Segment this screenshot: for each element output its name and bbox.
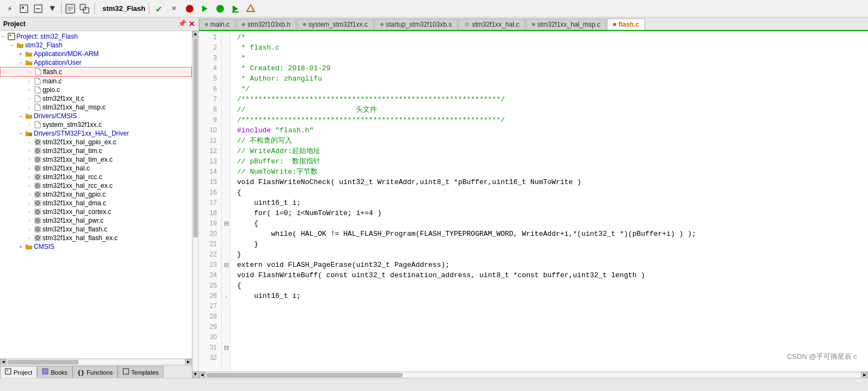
code-tab-main_c[interactable]: main.c (199, 19, 235, 30)
svg-rect-57 (7, 370, 8, 371)
tree-item-hal_rcc[interactable]: +stm32f1xx_hal_rcc.c (0, 173, 192, 181)
toolbar-dropdown[interactable]: ▼ (46, 2, 59, 15)
tree-toggle-hal_rcc[interactable]: + (26, 174, 33, 180)
tree-item-hal_flash[interactable]: +stm32f1xx_hal_flash.c (0, 225, 192, 234)
bottom-tab-books[interactable]: Books (37, 366, 72, 378)
toolbar-icon-5[interactable] (78, 2, 91, 15)
tree-item-gpio_c[interactable]: +gpio.c (0, 85, 192, 94)
tree-item-app_mdk[interactable]: +Application/MDK-ARM (0, 50, 192, 58)
tree-toggle-hal_tim[interactable]: + (26, 148, 33, 154)
sidebar-pin-icon[interactable]: 📌 (178, 20, 186, 28)
tree-toggle-drivers_hal[interactable]: − (17, 131, 24, 137)
code-tab-stm32f1xx_hal_c[interactable]: ⚙stm32f1xx_hal.c (458, 19, 525, 30)
code-content[interactable]: 1234567891011121314151617181920212223242… (199, 31, 868, 371)
tree-item-hal_tim_ex[interactable]: +stm32f1xx_hal_tim_ex.c (0, 155, 192, 164)
tree-toggle-hal_flash_ex[interactable]: + (26, 235, 33, 241)
file-icon-stm32f1xx_it (33, 95, 43, 102)
tree-toggle-stm32f1xx_hal_msp[interactable]: + (26, 105, 33, 111)
tree-toggle-hal_pwr[interactable]: + (26, 218, 33, 224)
tree-item-hal_dma[interactable]: +stm32f1xx_hal_dma.c (0, 199, 192, 207)
tree-toggle-hal_cortex[interactable]: + (26, 209, 33, 215)
tree-toggle-stm32f1xx_it[interactable]: + (26, 96, 33, 102)
tree-toggle-hal_gpio_ex[interactable]: + (26, 139, 33, 145)
tree-toggle-hal_c[interactable]: + (26, 166, 33, 172)
code-tab-system_stm32f1xx_c[interactable]: system_stm32f1xx.c (297, 19, 374, 30)
svg-rect-9 (83, 8, 89, 13)
tree-toggle-hal_rcc_ex[interactable]: + (26, 183, 33, 189)
fold-marker-23[interactable]: ⊟ (222, 260, 230, 270)
fold-marker-26[interactable]: - (222, 291, 230, 301)
tree-item-hal_pwr[interactable]: +stm32f1xx_hal_pwr.c (0, 216, 192, 225)
code-hscroll-left[interactable]: ◀ (199, 372, 205, 378)
tree-toggle-system_stm32[interactable]: + (26, 122, 33, 128)
tree-item-hal_rcc_ex[interactable]: +stm32f1xx_hal_rcc_ex.c (0, 181, 192, 190)
tree-item-flash_c[interactable]: +flash.c (0, 67, 192, 77)
tree-toggle-cmsis2[interactable]: + (17, 244, 24, 250)
tree-toggle-app_mdk[interactable]: + (17, 51, 24, 57)
fold-marker-19[interactable]: ⊟ (222, 218, 230, 229)
tree-item-cmsis2[interactable]: +CMSIS (0, 242, 192, 251)
hscroll-right[interactable]: ▶ (185, 359, 192, 365)
tree-item-stm32f1xx_it[interactable]: +stm32f1xx_it.c (0, 94, 192, 103)
action-checkmark[interactable]: ✔ (153, 2, 166, 15)
fold-marker-31[interactable]: ⊟ (222, 343, 230, 353)
action-red[interactable] (183, 2, 196, 15)
action-x[interactable]: ✖ (168, 2, 181, 15)
vscroll-thumb[interactable] (193, 39, 198, 237)
tree-item-hal_gpio_ex[interactable]: +stm32f1xx_hal_gpio_ex.c (0, 138, 192, 146)
bottom-tab-project[interactable]: Project (0, 366, 37, 378)
code-tab-stm32f103xb_h[interactable]: stm32f103xb.h (236, 19, 296, 30)
tree-label-stm32f1xx_hal_msp: stm32f1xx_hal_msp.c (43, 103, 106, 111)
sidebar-header-icons: 📌 ✕ (178, 20, 195, 28)
bottom-tab-templates[interactable]: Templates (118, 366, 163, 378)
tree-toggle-app_user[interactable]: − (17, 60, 24, 66)
tree-item-hal_gpio[interactable]: +stm32f1xx_hal_gpio.c (0, 190, 192, 199)
fold-marker-32 (222, 353, 230, 363)
vscroll-up[interactable]: ▲ (192, 31, 199, 38)
vscroll-down[interactable]: ▼ (192, 371, 199, 378)
tree-label-hal_cortex: stm32f1xx_hal_cortex.c (43, 208, 111, 216)
hscroll-left[interactable]: ◀ (0, 359, 7, 365)
tree-toggle-hal_flash[interactable]: + (26, 227, 33, 233)
tree-item-drivers_hal[interactable]: −Drivers/STM32F1xx_HAL_Driver (0, 129, 192, 138)
tree-item-drivers_cmsis[interactable]: −Drivers/CMSIS (0, 112, 192, 120)
tree-item-hal_c[interactable]: +stm32f1xx_hal.c (0, 164, 192, 173)
tree-label-stm32_flash: stm32_Flash (25, 41, 63, 49)
tree-toggle-main_c[interactable]: + (26, 78, 33, 84)
toolbar-icon-3[interactable] (32, 2, 45, 15)
code-tab-flash_c[interactable]: flash.c (607, 19, 645, 30)
code-tab-startup_stm32f103xb_s[interactable]: startup_stm32f103xb.s (374, 19, 458, 30)
code-hscroll-thumb[interactable] (207, 373, 403, 377)
bottom-tab-functions[interactable]: {}Functions (72, 366, 118, 378)
line-number-11: 11 (199, 136, 221, 146)
action-green-circle[interactable] (214, 2, 227, 15)
tree-item-stm32f1xx_hal_msp[interactable]: +stm32f1xx_hal_msp.c (0, 103, 192, 112)
action-green-arrow[interactable] (198, 2, 211, 15)
tree-toggle-drivers_cmsis[interactable]: − (17, 113, 24, 119)
action-orange[interactable]: ! (244, 2, 257, 15)
tree-toggle-hal_gpio[interactable]: + (26, 192, 33, 198)
tree-item-main_c[interactable]: +main.c (0, 77, 192, 85)
code-hscroll-right[interactable]: ▶ (861, 372, 868, 378)
tree-item-app_user[interactable]: −Application/User (0, 58, 192, 67)
tree-toggle-gpio_c[interactable]: + (26, 87, 33, 93)
tree-toggle-hal_tim_ex[interactable]: + (26, 157, 33, 163)
tree-item-hal_cortex[interactable]: +stm32f1xx_hal_cortex.c (0, 207, 192, 216)
tree-item-hal_flash_ex[interactable]: +stm32f1xx_hal_flash_ex.c (0, 234, 192, 242)
tree-item-stm32_flash[interactable]: −stm32_Flash (0, 41, 192, 50)
code-tab-stm32f1xx_hal_msp_c[interactable]: stm32f1xx_hal_msp.c (526, 19, 606, 30)
toolbar-icon-1[interactable]: ⚡ (3, 2, 16, 15)
tree-toggle-hal_dma[interactable]: + (26, 200, 33, 206)
svg-rect-59 (123, 369, 129, 374)
hscroll-thumb[interactable] (8, 360, 78, 364)
action-arrow-down[interactable] (229, 2, 242, 15)
toolbar-icon-4[interactable] (64, 2, 77, 15)
tree-toggle-root[interactable]: − (0, 34, 7, 40)
tree-toggle-flash_c[interactable]: + (27, 69, 33, 75)
tree-toggle-stm32_flash[interactable]: − (9, 42, 15, 48)
tree-item-system_stm32[interactable]: +system_stm32f1xx.c (0, 120, 192, 129)
tree-item-root[interactable]: −Project: stm32_Flash (0, 32, 192, 41)
sidebar-close-button[interactable]: ✕ (189, 20, 195, 28)
toolbar-icon-2[interactable] (17, 2, 31, 15)
tree-item-hal_tim[interactable]: +stm32f1xx_hal_tim.c (0, 146, 192, 155)
